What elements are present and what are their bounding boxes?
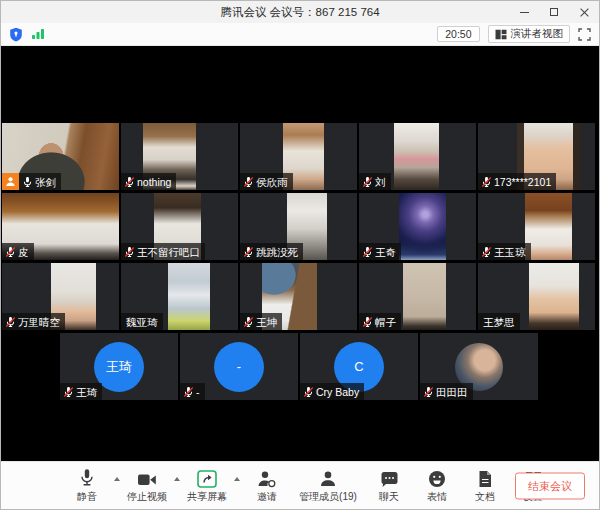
- chat-button[interactable]: 聊天: [365, 468, 413, 504]
- video-grid-bottom-row: 王琦 王琦 - - C Cry Baby 田田田: [60, 333, 538, 400]
- docs-button[interactable]: 文档: [461, 468, 509, 504]
- manage-members-label: 管理成员(19): [299, 490, 357, 504]
- chat-label: 聊天: [379, 490, 399, 504]
- smiley-icon: [428, 468, 446, 488]
- video-tile[interactable]: 王坤: [240, 263, 357, 330]
- maximize-icon: [550, 8, 558, 16]
- mic-muted-icon: [303, 386, 314, 398]
- participant-name: 田田田: [436, 384, 468, 400]
- fullscreen-button[interactable]: [578, 28, 591, 41]
- status-bar: 20:50 演讲者视图: [1, 23, 599, 46]
- stop-video-button[interactable]: 停止视频: [123, 468, 171, 504]
- video-tile[interactable]: 皮: [2, 193, 119, 260]
- mute-options-caret[interactable]: [111, 477, 123, 481]
- invite-button[interactable]: 邀请: [243, 468, 291, 504]
- participant-name: Cry Baby: [316, 384, 359, 400]
- share-options-caret[interactable]: [231, 477, 243, 481]
- invite-label: 邀请: [257, 490, 277, 504]
- video-tile[interactable]: 跳跳没死: [240, 193, 357, 260]
- speaker-view-button[interactable]: 演讲者视图: [488, 25, 571, 43]
- video-tile[interactable]: nothing: [121, 123, 238, 190]
- mic-muted-icon: [481, 246, 492, 258]
- participant-name: 王坤: [256, 314, 277, 330]
- share-screen-button[interactable]: 共享屏幕: [183, 468, 231, 504]
- video-options-caret[interactable]: [171, 477, 183, 481]
- participant-name: 张剑: [35, 174, 56, 190]
- video-tile[interactable]: - -: [180, 333, 298, 400]
- video-tile[interactable]: 王琦 王琦: [60, 333, 178, 400]
- window-title: 腾讯会议 会议号：867 215 764: [220, 5, 379, 20]
- meeting-toolbar: 静音 停止视频 共享屏幕 邀请 管理成员(19): [1, 461, 599, 509]
- host-badge: [2, 173, 19, 190]
- host-person-icon: [5, 176, 16, 187]
- video-tile[interactable]: 侯欣雨: [240, 123, 357, 190]
- mic-muted-icon: [5, 316, 16, 328]
- mic-muted-icon: [481, 176, 492, 188]
- participant-name: 王不留行吧口: [137, 244, 200, 260]
- video-tile[interactable]: 万里晴空: [2, 263, 119, 330]
- mic-muted-icon: [362, 176, 373, 188]
- video-tile[interactable]: 王奇: [359, 193, 476, 260]
- network-signal-icon[interactable]: [31, 28, 45, 40]
- end-meeting-button[interactable]: 结束会议: [515, 472, 585, 499]
- mic-muted-icon: [183, 386, 194, 398]
- maximize-button[interactable]: [539, 1, 569, 23]
- close-icon: [580, 8, 589, 17]
- minimize-icon: [520, 12, 529, 13]
- participant-name: nothing: [137, 174, 171, 190]
- mic-muted-icon: [362, 246, 373, 258]
- participant-name: 万里晴空: [18, 314, 60, 330]
- video-tile[interactable]: 王不留行吧口: [121, 193, 238, 260]
- video-tile[interactable]: 刘: [359, 123, 476, 190]
- participant-name: 皮: [18, 244, 29, 260]
- mic-muted-icon: [63, 386, 74, 398]
- microphone-icon: [78, 468, 96, 488]
- video-tile[interactable]: 魏亚琦: [121, 263, 238, 330]
- participant-name: 帽子: [375, 314, 396, 330]
- video-tile[interactable]: 王梦思: [478, 263, 595, 330]
- participant-name: 王玉琼: [494, 244, 526, 260]
- mic-muted-icon: [362, 316, 373, 328]
- participant-name: 王奇: [375, 244, 396, 260]
- participant-name: 王琦: [76, 384, 97, 400]
- security-shield-icon[interactable]: [9, 27, 23, 42]
- participant-name: 刘: [375, 174, 386, 190]
- participant-name: 侯欣雨: [256, 174, 288, 190]
- mute-button[interactable]: 静音: [63, 468, 111, 504]
- stop-video-label: 停止视频: [127, 490, 167, 504]
- chat-bubble-icon: [380, 468, 399, 488]
- mic-muted-icon: [243, 176, 254, 188]
- emoji-button[interactable]: 表情: [413, 468, 461, 504]
- mic-muted-icon: [124, 176, 135, 188]
- window-controls: [509, 1, 599, 23]
- participant-name: 跳跳没死: [256, 244, 298, 260]
- status-right: 20:50 演讲者视图: [437, 25, 591, 43]
- name-label: 张剑: [2, 173, 61, 190]
- video-tile[interactable]: 帽子: [359, 263, 476, 330]
- invite-person-icon: [257, 468, 277, 488]
- title-bar: 腾讯会议 会议号：867 215 764: [1, 1, 599, 23]
- layout-view-icon: [495, 29, 507, 40]
- video-tile[interactable]: C Cry Baby: [300, 333, 418, 400]
- video-tile[interactable]: 张剑: [2, 123, 119, 190]
- minimize-button[interactable]: [509, 1, 539, 23]
- participant-name: 173****2101: [494, 174, 551, 190]
- video-grid: 张剑 nothing 侯欣雨 刘 173****2101 皮: [2, 123, 595, 330]
- speaker-view-label: 演讲者视图: [511, 27, 564, 41]
- close-button[interactable]: [569, 1, 599, 23]
- share-screen-label: 共享屏幕: [187, 490, 227, 504]
- manage-members-button[interactable]: 管理成员(19): [291, 468, 365, 504]
- status-left: [9, 27, 45, 42]
- mic-muted-icon: [423, 386, 434, 398]
- mic-muted-icon: [5, 246, 16, 258]
- docs-label: 文档: [475, 490, 495, 504]
- video-tile[interactable]: 田田田: [420, 333, 538, 400]
- members-person-icon: [319, 468, 337, 488]
- meeting-timer: 20:50: [437, 26, 479, 42]
- document-icon: [477, 468, 493, 488]
- video-tile[interactable]: 王玉琼: [478, 193, 595, 260]
- share-screen-icon: [197, 468, 217, 488]
- video-tile[interactable]: 173****2101: [478, 123, 595, 190]
- mic-muted-icon: [243, 316, 254, 328]
- avatar: -: [214, 342, 264, 392]
